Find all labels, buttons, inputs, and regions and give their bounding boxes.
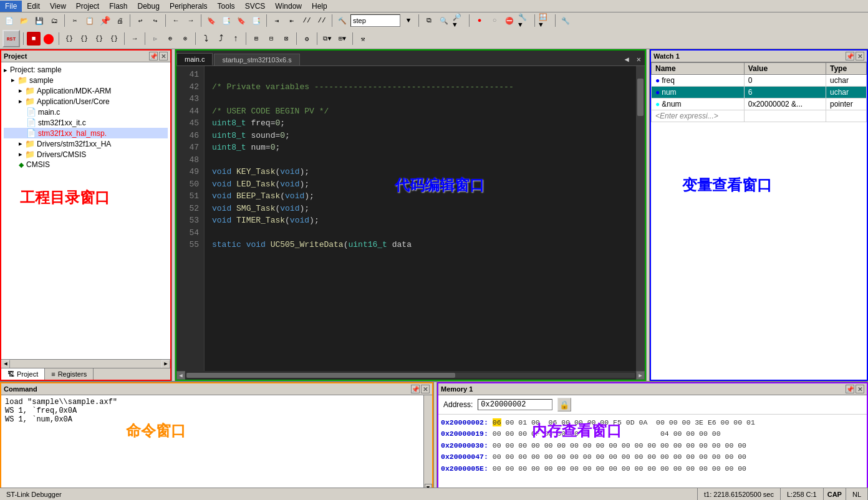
menu-file[interactable]: File xyxy=(0,1,22,12)
watch-value-addr[interactable]: 0x20000002 &... xyxy=(744,99,826,110)
settings-btn[interactable]: 🔧 xyxy=(559,14,572,27)
mem3-btn[interactable]: ⊠ xyxy=(279,32,293,46)
tree-item-mdk[interactable]: ▸ 📁 Application/MDK-ARM xyxy=(4,85,168,96)
watch-value-num[interactable]: 6 xyxy=(744,87,826,99)
save-all-btn[interactable]: 🗂 xyxy=(47,14,61,27)
run-btn[interactable]: ○ xyxy=(488,14,501,27)
hscroll-left[interactable]: ◀ xyxy=(1,360,10,368)
nav-fwd-btn[interactable]: → xyxy=(184,14,198,27)
step-over-btn[interactable]: ⤴ xyxy=(214,32,228,46)
tab-mainc[interactable]: main.c xyxy=(176,53,213,65)
more-btn[interactable]: 🔧▼ xyxy=(518,14,531,27)
editor-hscroll-left[interactable]: ◀ xyxy=(176,371,185,380)
brace2-btn[interactable]: {} xyxy=(77,32,91,46)
memory-lock-btn[interactable]: 🔒 xyxy=(557,398,571,411)
tree-item-sample[interactable]: ▸ 📁 sample xyxy=(4,75,168,85)
menu-help[interactable]: Help xyxy=(307,1,332,12)
tab-registers[interactable]: ≡ Registers xyxy=(45,368,94,380)
dbg2-btn[interactable]: ⊕ xyxy=(163,32,177,46)
undo-btn[interactable]: ↩ xyxy=(133,14,147,27)
memory-pin-btn[interactable]: 📌 xyxy=(846,385,854,393)
rst-button[interactable]: RST xyxy=(2,30,20,47)
comment-btn[interactable]: // xyxy=(300,14,314,27)
redo-btn[interactable]: ↪ xyxy=(148,14,162,27)
menu-tools[interactable]: Tools xyxy=(213,1,240,12)
watch-pin-btn[interactable]: 📌 xyxy=(846,52,854,60)
editor-scroll-thumb[interactable] xyxy=(637,79,644,116)
stop-btn[interactable]: ● xyxy=(473,14,486,27)
print-btn[interactable]: 🖨 xyxy=(113,14,127,27)
menu-window[interactable]: Window xyxy=(270,1,307,12)
brace3-btn[interactable]: {} xyxy=(92,32,106,46)
step-input[interactable]: step xyxy=(350,14,400,27)
tab-scroll-left[interactable]: ◀ xyxy=(621,54,633,65)
menu-peripherals[interactable]: Peripherals xyxy=(165,1,213,12)
editor-vscroll[interactable] xyxy=(636,66,645,371)
command-close-btn[interactable]: ✕ xyxy=(421,385,430,393)
break-btn[interactable]: ⛔ xyxy=(503,14,516,27)
stop2-btn[interactable]: ■ xyxy=(27,32,41,46)
tree-item-project[interactable]: ▸ Project: sample xyxy=(4,65,168,75)
memory-close-btn[interactable]: ✕ xyxy=(856,385,864,393)
tree-item-cmsis[interactable]: ◆ CMSIS xyxy=(4,160,168,170)
uncomment-btn[interactable]: // xyxy=(315,14,329,27)
menu-flash[interactable]: Flash xyxy=(104,1,132,12)
watch-enter-cell[interactable]: <Enter expressi...> xyxy=(652,110,745,122)
tree-item-mainc[interactable]: 📄 main.c xyxy=(4,107,168,117)
step-drop[interactable]: ▼ xyxy=(402,14,415,27)
brace1-btn[interactable]: {} xyxy=(62,32,76,46)
dbg-tool-btn[interactable]: ⚙ xyxy=(300,32,314,46)
command-content[interactable]: load "sample\\sample.axf" WS 1, `freq,0x… xyxy=(1,395,423,493)
extra3-btn[interactable]: ⚒ xyxy=(356,32,370,46)
new-btn[interactable]: 📄 xyxy=(2,14,16,27)
menu-view[interactable]: View xyxy=(45,1,71,12)
watch-close-btn[interactable]: ✕ xyxy=(856,52,864,60)
copy-btn[interactable]: 📋 xyxy=(83,14,97,27)
mem2-btn[interactable]: ⊟ xyxy=(264,32,278,46)
project-hscroll[interactable]: ◀ ▶ xyxy=(1,359,170,368)
bookmark4-btn[interactable]: 📑 xyxy=(249,14,263,27)
menu-edit[interactable]: Edit xyxy=(22,1,45,12)
extra2-btn[interactable]: ⊞▼ xyxy=(335,32,349,46)
nav-back-btn[interactable]: ← xyxy=(169,14,183,27)
tree-item-drivers-ha[interactable]: ▸ 📁 Drivers/stm32f1xx_HA xyxy=(4,138,168,149)
brace4-btn[interactable]: {} xyxy=(107,32,121,46)
save-btn[interactable]: 💾 xyxy=(32,14,46,27)
dbg3-btn[interactable]: ⊗ xyxy=(178,32,192,46)
bookmark3-btn[interactable]: 🔖 xyxy=(234,14,248,27)
unindent-btn[interactable]: ⇤ xyxy=(285,14,299,27)
mem1-btn[interactable]: ⊞ xyxy=(249,32,263,46)
window-btn[interactable]: 🪟▼ xyxy=(538,14,552,27)
command-vscroll[interactable]: ▼ xyxy=(423,395,432,493)
memory-addr-input[interactable] xyxy=(478,399,552,410)
hscroll-right[interactable]: ▶ xyxy=(162,360,170,368)
code-content[interactable]: /* Private variables -------------------… xyxy=(205,66,636,371)
project-close-btn[interactable]: ✕ xyxy=(159,52,168,60)
tree-item-user[interactable]: ▸ 📁 Application/User/Core xyxy=(4,96,168,107)
project-pin-btn[interactable]: 📌 xyxy=(149,52,158,60)
menu-svcs[interactable]: SVCS xyxy=(240,1,271,12)
build-btn[interactable]: 🔨 xyxy=(335,14,349,27)
copy2-btn[interactable]: ⧉ xyxy=(422,14,436,27)
extra1-btn[interactable]: ⧉▼ xyxy=(321,32,334,46)
step-in-btn[interactable]: ⤵ xyxy=(199,32,213,46)
editor-hscroll-right[interactable]: ▶ xyxy=(636,371,645,380)
watch-value-freq[interactable]: 0 xyxy=(744,75,826,87)
menu-debug[interactable]: Debug xyxy=(133,1,165,12)
bookmark-btn[interactable]: 🔖 xyxy=(205,14,218,27)
editor-hscroll[interactable]: ◀ ▶ xyxy=(176,371,645,380)
run2-btn[interactable]: ⬤ xyxy=(42,32,55,46)
tab-startup[interactable]: startup_stm32f103x6.s xyxy=(214,54,299,65)
tree-item-stm32it[interactable]: 📄 stm32f1xx_it.c xyxy=(4,117,168,128)
tree-item-stm32hal[interactable]: 📄 stm32f1xx_hal_msp. xyxy=(4,128,168,138)
bookmark2-btn[interactable]: 📑 xyxy=(219,14,233,27)
mag-btn[interactable]: 🔍 xyxy=(437,14,451,27)
cut-btn[interactable]: ✂ xyxy=(68,14,82,27)
menu-project[interactable]: Project xyxy=(71,1,104,12)
open-btn[interactable]: 📂 xyxy=(17,14,31,27)
paste-btn[interactable]: 📌 xyxy=(98,14,112,27)
indent-btn[interactable]: ⇥ xyxy=(270,14,284,27)
dbg1-btn[interactable]: ⊳ xyxy=(148,32,162,46)
tab-close[interactable]: ✕ xyxy=(633,54,645,65)
tree-item-drivers-cmsis[interactable]: ▸ 📁 Drivers/CMSIS xyxy=(4,149,168,160)
